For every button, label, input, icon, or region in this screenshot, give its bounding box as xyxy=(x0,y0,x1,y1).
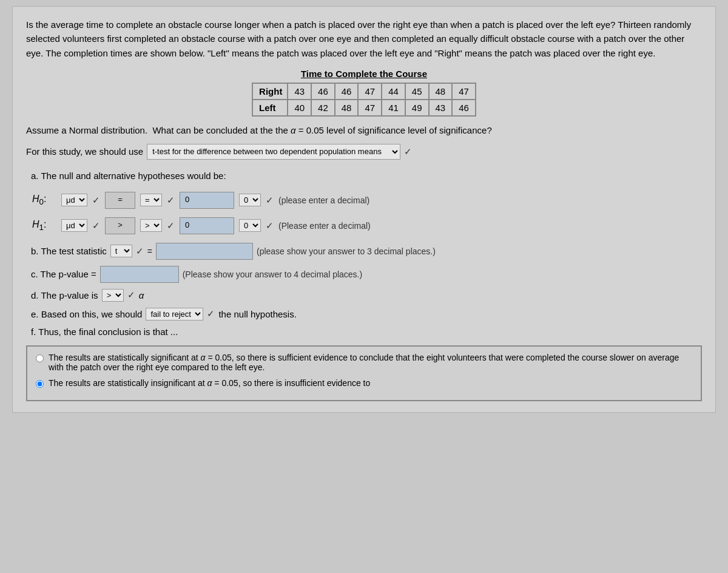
p-value-compare-label: d. The p-value is xyxy=(31,290,98,300)
study-checkmark: ✓ xyxy=(404,146,412,157)
based-on-row: e. Based on this, we should fail to reje… xyxy=(31,308,702,320)
h1-check2: ✓ xyxy=(167,220,175,231)
table-title: Time to Complete the Course xyxy=(26,69,702,79)
conclusion-radio-1[interactable] xyxy=(36,354,44,362)
h1-value-box: 0 xyxy=(180,217,234,234)
left-val-4: 47 xyxy=(358,100,382,116)
p-value-compare-row: d. The p-value is > < = ✓ α xyxy=(31,289,702,302)
h0-dropdown1[interactable]: μd p μ xyxy=(61,194,87,206)
table-section: Time to Complete the Course Right 43 46 … xyxy=(26,69,702,117)
right-val-7: 48 xyxy=(429,83,453,100)
right-val-4: 47 xyxy=(358,83,382,100)
test-stat-check: ✓ xyxy=(136,246,144,257)
right-val-8: 47 xyxy=(452,83,476,100)
data-table: Right 43 46 46 47 44 45 48 47 Left 40 42… xyxy=(252,83,476,117)
p-value-row: c. The p-value = (Please show your answe… xyxy=(31,266,702,283)
h0-symbol-select[interactable]: = > < ≥ ≤ ≠ xyxy=(140,194,162,206)
h0-check2: ✓ xyxy=(167,195,175,206)
left-val-2: 42 xyxy=(311,100,335,116)
right-val-2: 46 xyxy=(311,83,335,100)
right-val-6: 45 xyxy=(405,83,429,100)
h0-hint: (please enter a decimal) xyxy=(278,195,369,205)
h1-symbol-select[interactable]: = > < ≥ ≤ ≠ xyxy=(140,219,162,232)
h0-value-select[interactable]: 0 1 xyxy=(239,194,261,206)
study-row: For this study, we should use t-test for… xyxy=(26,144,702,160)
left-val-7: 43 xyxy=(429,100,453,116)
h1-dropdown1[interactable]: μd p μ xyxy=(61,219,87,232)
conclusion-box: The results are statistically significan… xyxy=(26,345,702,401)
alpha-symbol: α xyxy=(139,290,144,300)
based-on-select[interactable]: fail to reject reject accept xyxy=(146,308,203,320)
hypotheses-label: a. The null and alternative hypotheses w… xyxy=(31,171,702,181)
right-label: Right xyxy=(252,83,288,100)
study-prefix: For this study, we should use xyxy=(26,146,143,157)
h1-hint: (Please enter a decimal) xyxy=(278,221,371,231)
p-value-label: c. The p-value = xyxy=(31,269,96,279)
based-on-label: e. Based on this, we should xyxy=(31,309,142,319)
intro-text: Is the average time to complete an obsta… xyxy=(26,18,702,60)
conclusion-option-1: The results are statistically significan… xyxy=(36,353,692,372)
left-label: Left xyxy=(252,100,288,116)
table-row-right: Right 43 46 46 47 44 45 48 47 xyxy=(252,83,476,100)
h1-check3: ✓ xyxy=(266,220,274,231)
normal-dist-text: Assume a Normal distribution. What can b… xyxy=(26,125,702,135)
right-val-5: 44 xyxy=(382,83,405,100)
p-value-input[interactable] xyxy=(100,266,179,283)
h1-symbol-box: > xyxy=(105,217,135,234)
conclusion-text-2: The results are statistically insignific… xyxy=(49,378,370,388)
h0-check3: ✓ xyxy=(266,195,274,206)
test-stat-label: b. The test statistic xyxy=(31,246,107,256)
conclusion-label-row: f. Thus, the final conclusion is that ..… xyxy=(31,327,702,337)
left-val-3: 48 xyxy=(335,100,359,116)
left-val-5: 41 xyxy=(382,100,405,116)
h0-row: H0: μd p μ ✓ = = > < ≥ ≤ ≠ ✓ 0 0 1 ✓ (pl… xyxy=(32,192,702,209)
h0-check1: ✓ xyxy=(92,195,100,206)
h1-label: H1: xyxy=(32,219,56,232)
main-container: Is the average time to complete an obsta… xyxy=(12,6,716,413)
test-stat-type-select[interactable]: t z F xyxy=(110,245,132,257)
left-val-8: 46 xyxy=(452,100,476,116)
conclusion-option-2: The results are statistically insignific… xyxy=(36,378,692,388)
test-stat-hint: (please show your answer to 3 decimal pl… xyxy=(257,246,436,256)
conclusion-text-1: The results are statistically significan… xyxy=(49,353,692,372)
h1-value-select[interactable]: 0 1 xyxy=(239,219,261,232)
h0-value-box: 0 xyxy=(180,192,234,209)
left-val-1: 40 xyxy=(288,100,311,116)
right-val-1: 43 xyxy=(288,83,311,100)
test-stat-input[interactable] xyxy=(156,243,253,260)
test-stat-row: b. The test statistic t z F ✓ = (please … xyxy=(31,243,702,260)
left-val-6: 49 xyxy=(405,100,429,116)
test-stat-eq: = xyxy=(147,246,152,256)
h1-row: H1: μd p μ ✓ > = > < ≥ ≤ ≠ ✓ 0 0 1 ✓ (Pl… xyxy=(32,217,702,234)
h1-check1: ✓ xyxy=(92,220,100,231)
p-value-compare-select[interactable]: > < = xyxy=(102,289,124,302)
based-on-check: ✓ xyxy=(207,308,215,319)
conclusion-label: f. Thus, the final conclusion is that ..… xyxy=(31,327,178,337)
conclusion-radio-2[interactable] xyxy=(36,380,44,388)
table-row-left: Left 40 42 48 47 41 49 43 46 xyxy=(252,100,476,116)
study-select[interactable]: t-test for the difference between two de… xyxy=(147,144,400,160)
right-val-3: 46 xyxy=(335,83,359,100)
h0-symbol-box: = xyxy=(105,192,135,209)
p-value-hint: (Please show your answer to 4 decimal pl… xyxy=(183,270,362,279)
p-value-compare-check: ✓ xyxy=(127,290,135,300)
h0-label: H0: xyxy=(32,194,56,206)
based-on-suffix: the null hypothesis. xyxy=(218,309,296,319)
